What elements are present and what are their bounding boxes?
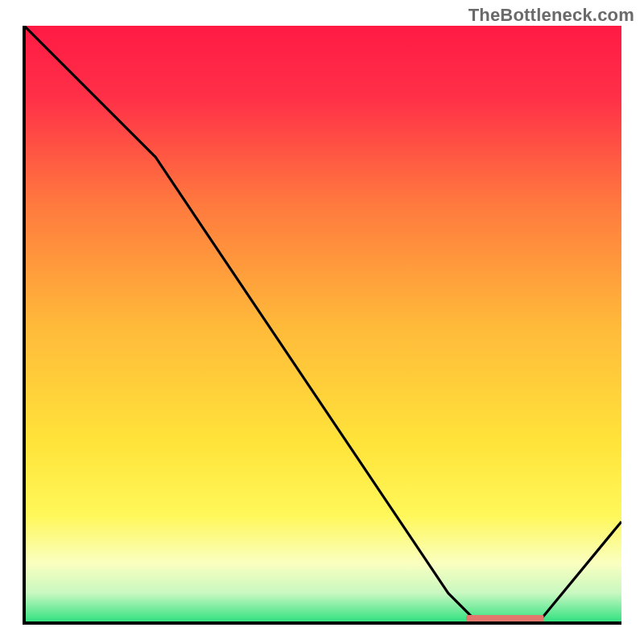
chart-canvas	[0, 0, 644, 644]
figure-root: TheBottleneck.com	[0, 0, 644, 644]
attribution-text: TheBottleneck.com	[469, 5, 634, 26]
highlight-marker-band	[466, 615, 544, 621]
